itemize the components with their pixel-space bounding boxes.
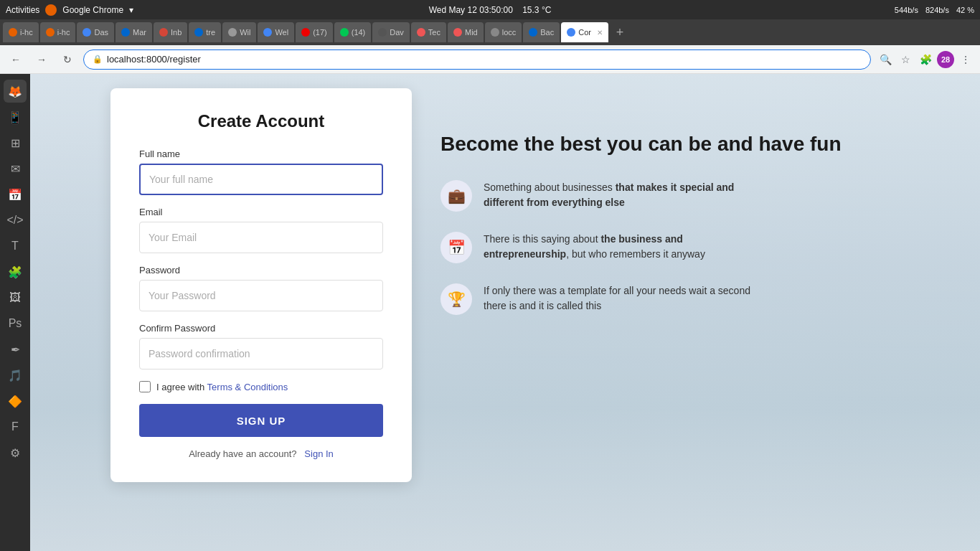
- signup-button[interactable]: SIGN UP: [139, 404, 383, 437]
- signin-row: Already have an account? Sign In: [139, 448, 383, 459]
- content-wrapper: Create Account Full name Email Password …: [110, 88, 900, 482]
- bookmark-icon[interactable]: ☆: [897, 51, 914, 68]
- sidebar-icon-code[interactable]: </>: [4, 209, 27, 232]
- password-group: Password: [139, 265, 383, 311]
- os-bar: Activities Google Chrome ▾ Wed May 12 03…: [0, 0, 980, 19]
- sidebar-icon-calendar[interactable]: 📅: [4, 183, 27, 206]
- tab-icon-tec: [417, 28, 425, 37]
- tab-label-das: Das: [94, 28, 108, 37]
- tab-label-wel: Wel: [275, 28, 288, 37]
- sidebar-icon-ps[interactable]: Ps: [4, 312, 27, 335]
- signin-text: Already have an account?: [189, 448, 296, 459]
- terms-link[interactable]: Terms & Conditions: [207, 382, 288, 392]
- email-label: Email: [139, 207, 383, 217]
- tab-wil[interactable]: Wil: [222, 22, 256, 42]
- confirm-password-input[interactable]: [139, 338, 383, 369]
- tab-label-wil: Wil: [240, 28, 250, 37]
- tab-ihc2[interactable]: i-hc: [40, 22, 76, 42]
- password-label: Password: [139, 265, 383, 276]
- sidebar-icon-text[interactable]: T: [4, 235, 27, 258]
- tab-icon-mid: [453, 28, 462, 37]
- sidebar-icon-settings[interactable]: ⚙: [4, 441, 27, 464]
- tab-icon-bac: [529, 28, 537, 37]
- url-text: localhost:8000/register: [107, 54, 201, 65]
- tab-label-tre: tre: [206, 28, 215, 37]
- feature-item-1: 💼 Something about businesses that makes …: [440, 180, 900, 212]
- browser-content: 🦊 📱 ⊞ ✉ 📅 </> T 🧩 🖼 Ps ✒ 🎵 🔶 F ⚙ Create …: [0, 74, 980, 551]
- reload-button[interactable]: ↻: [57, 50, 77, 70]
- tab-icon-inb: [159, 28, 168, 37]
- email-input[interactable]: [139, 222, 383, 253]
- dropdown-arrow: ▾: [129, 5, 133, 15]
- forward-button[interactable]: →: [32, 50, 52, 70]
- terms-checkbox[interactable]: [139, 381, 151, 392]
- page-content: Create Account Full name Email Password …: [30, 74, 980, 551]
- sidebar-icon-grid[interactable]: ⊞: [4, 131, 27, 154]
- sidebar-icon-firefox[interactable]: 🦊: [4, 80, 27, 103]
- tab-label-tec: Tec: [428, 28, 440, 37]
- tab-locc[interactable]: locc: [485, 22, 522, 42]
- full-name-input[interactable]: [139, 164, 383, 195]
- tab-bac[interactable]: Bac: [523, 22, 560, 42]
- upload-speed: 824b/s: [925, 6, 949, 14]
- tab-icon-tre: [194, 28, 203, 37]
- sidebar-icon-photo[interactable]: 🖼: [4, 286, 27, 309]
- avatar: 28: [937, 51, 954, 68]
- tab-label-ihc2: i-hc: [57, 28, 70, 37]
- tab-dav[interactable]: Dav: [372, 22, 410, 42]
- tab-14[interactable]: (14): [334, 22, 372, 42]
- tab-label-bac: Bac: [540, 28, 554, 37]
- sidebar-icon-apps[interactable]: 📱: [4, 105, 27, 128]
- url-bar[interactable]: 🔒 localhost:8000/register: [83, 50, 871, 70]
- tab-mar[interactable]: Mar: [116, 22, 152, 42]
- profile-icon[interactable]: 28: [937, 51, 954, 68]
- tab-label-mar: Mar: [133, 28, 146, 37]
- tab-das[interactable]: Das: [77, 22, 114, 42]
- tab-icon-17: [301, 28, 310, 37]
- signin-link[interactable]: Sign In: [304, 448, 333, 459]
- sidebar-icon-spotify[interactable]: 🎵: [4, 364, 27, 387]
- tab-icon-ihc1: [9, 28, 17, 37]
- calendar-icon: 📅: [448, 239, 466, 256]
- full-name-label: Full name: [139, 149, 383, 159]
- tab-close-cor[interactable]: ✕: [597, 29, 603, 37]
- tab-tec[interactable]: Tec: [411, 22, 446, 42]
- tab-ihc1[interactable]: i-hc: [3, 22, 39, 42]
- tab-icon-mar: [121, 28, 130, 37]
- extensions-icon[interactable]: 🧩: [917, 51, 934, 68]
- feature-icon-wrap-2: 📅: [440, 232, 472, 263]
- tab-icon-14: [340, 28, 349, 37]
- tab-inb[interactable]: Inb: [154, 22, 187, 42]
- sidebar-icon-vlc[interactable]: 🔶: [4, 390, 27, 413]
- feature-text-2: There is this saying about the business …: [484, 232, 771, 262]
- tab-mid[interactable]: Mid: [448, 22, 484, 42]
- feature-text-3: If only there was a template for all you…: [484, 283, 771, 314]
- new-tab-button[interactable]: +: [610, 22, 630, 42]
- password-input[interactable]: [139, 280, 383, 311]
- terms-row: I agree with Terms & Conditions: [139, 381, 383, 392]
- tab-tre[interactable]: tre: [189, 22, 221, 42]
- activities-button[interactable]: Activities: [6, 5, 39, 15]
- tab-icon-ihc2: [46, 28, 55, 37]
- tab-label-ihc1: i-hc: [20, 28, 33, 37]
- address-bar: ← → ↻ 🔒 localhost:8000/register 🔍 ☆ 🧩 28…: [0, 45, 980, 74]
- sidebar-icon-feather[interactable]: ✒: [4, 338, 27, 361]
- feature-item-2: 📅 There is this saying about the busines…: [440, 232, 900, 263]
- tab-icon-dav: [378, 28, 387, 37]
- sidebar-icon-f[interactable]: F: [4, 415, 27, 438]
- tab-label-inb: Inb: [171, 28, 182, 37]
- search-icon[interactable]: 🔍: [877, 51, 894, 68]
- tab-wel[interactable]: Wel: [258, 22, 294, 42]
- tab-bar: i-hc i-hc Das Mar Inb tre Wil Wel: [0, 19, 980, 45]
- sidebar-icon-puzzle[interactable]: 🧩: [4, 260, 27, 283]
- tab-cor[interactable]: Cor ✕: [561, 22, 608, 42]
- tab-17[interactable]: (17): [296, 22, 333, 42]
- sidebar-icon-mail[interactable]: ✉: [4, 157, 27, 180]
- menu-icon[interactable]: ⋮: [957, 51, 974, 68]
- tab-icon-wil: [228, 28, 237, 37]
- register-card: Create Account Full name Email Password …: [110, 88, 412, 482]
- back-button[interactable]: ←: [6, 50, 26, 70]
- browser-name-label: Google Chrome: [62, 5, 123, 15]
- battery-label: 42 %: [956, 6, 974, 14]
- confirm-password-label: Confirm Password: [139, 323, 383, 334]
